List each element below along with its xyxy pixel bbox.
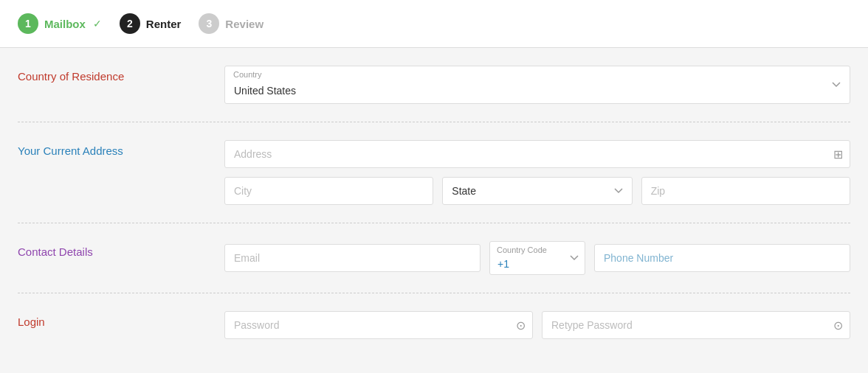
contact-details-section: Contact Details Country Code +1 +44 +61 … — [18, 223, 850, 293]
email-phone-row: Country Code +1 +44 +61 +91 +33 +49 — [224, 241, 850, 275]
phone-input[interactable] — [594, 244, 850, 272]
country-select[interactable]: United States Canada United Kingdom Aust… — [224, 66, 850, 104]
retype-password-wrap: ⊙ — [542, 311, 850, 339]
contact-details-fields: Country Code +1 +44 +61 +91 +33 +49 — [224, 241, 850, 275]
country-of-residence-label: Country of Residence — [18, 66, 210, 83]
step-2-number: 2 — [127, 18, 133, 29]
login-section: Login ⊙ ⊙ — [18, 293, 850, 357]
step-3-circle: 3 — [199, 13, 219, 34]
retype-password-eye-icon[interactable]: ⊙ — [833, 318, 843, 332]
country-code-wrap: Country Code +1 +44 +61 +91 +33 +49 — [489, 241, 585, 275]
contact-details-label: Contact Details — [18, 241, 210, 258]
country-code-select[interactable]: +1 +44 +61 +91 +33 +49 — [489, 241, 585, 275]
form-container: Country of Residence Country United Stat… — [0, 48, 868, 373]
password-input[interactable] — [224, 311, 533, 339]
step-1-label: Mailbox — [44, 18, 86, 30]
address-wrap: ⊞ — [224, 140, 850, 168]
address-book-icon: ⊞ — [833, 147, 843, 161]
state-select[interactable]: State Alabama Alaska Arizona California … — [442, 177, 632, 205]
step-3-label: Review — [225, 18, 264, 30]
step-1-circle: 1 — [18, 13, 38, 34]
password-row: ⊙ ⊙ — [224, 311, 850, 339]
step-3-number: 3 — [206, 18, 212, 29]
address-input[interactable] — [224, 140, 850, 168]
phone-wrap — [594, 244, 850, 272]
email-input[interactable] — [224, 244, 480, 272]
country-select-wrap: Country United States Canada United King… — [224, 66, 850, 104]
check-icon: ✓ — [93, 18, 102, 29]
city-input[interactable] — [224, 177, 433, 205]
step-1-number: 1 — [25, 18, 31, 29]
current-address-section: Your Current Address ⊞ State Alabama Ala… — [18, 122, 850, 223]
email-wrap — [224, 244, 480, 272]
stepper: 1 Mailbox ✓ 2 Renter 3 Review — [0, 0, 868, 48]
login-label: Login — [18, 311, 210, 328]
step-renter[interactable]: 2 Renter — [120, 13, 182, 34]
retype-password-input[interactable] — [542, 311, 850, 339]
country-of-residence-section: Country of Residence Country United Stat… — [18, 48, 850, 122]
password-wrap: ⊙ — [224, 311, 533, 339]
country-of-residence-fields: Country United States Canada United King… — [224, 66, 850, 104]
current-address-fields: ⊞ State Alabama Alaska Arizona Californi… — [224, 140, 850, 205]
step-mailbox[interactable]: 1 Mailbox ✓ — [18, 13, 102, 34]
current-address-label: Your Current Address — [18, 140, 210, 157]
state-select-wrap: State Alabama Alaska Arizona California … — [442, 177, 632, 205]
step-2-circle: 2 — [120, 13, 140, 34]
step-2-label: Renter — [146, 18, 182, 30]
login-fields: ⊙ ⊙ — [224, 311, 850, 339]
step-review[interactable]: 3 Review — [199, 13, 264, 34]
password-eye-icon[interactable]: ⊙ — [516, 318, 526, 332]
city-state-zip-row: State Alabama Alaska Arizona California … — [224, 177, 850, 205]
zip-input[interactable] — [641, 177, 850, 205]
